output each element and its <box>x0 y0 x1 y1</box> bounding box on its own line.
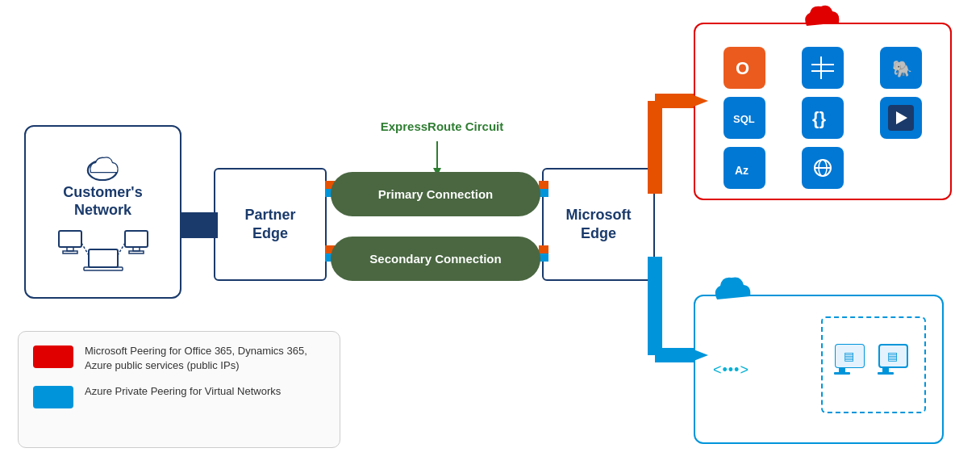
secondary-connection-label: Secondary Connection <box>369 252 501 266</box>
svg-rect-63 <box>878 372 894 375</box>
microsoft-edge-label: Microsoft Edge <box>566 206 632 244</box>
svg-rect-57 <box>839 367 845 372</box>
svg-line-33 <box>81 243 89 255</box>
hdinsight-icon: 🐘 <box>880 47 922 89</box>
svg-text:<•••>: <•••> <box>713 362 749 378</box>
svg-rect-58 <box>834 372 850 375</box>
svg-line-34 <box>118 243 125 255</box>
primary-connection-label: Primary Connection <box>378 187 494 201</box>
svg-rect-31 <box>89 249 118 267</box>
media-icon <box>880 97 922 139</box>
sql-icon: SQL <box>724 97 765 139</box>
svg-text:▤: ▤ <box>844 350 854 362</box>
office-icon: O <box>724 47 765 89</box>
svg-text:🐘: 🐘 <box>892 59 912 78</box>
azure-cloud-icon <box>707 270 760 304</box>
svg-rect-32 <box>84 267 123 270</box>
red-cloud-icon <box>799 0 847 32</box>
svg-rect-0 <box>181 212 218 238</box>
legend-box: Microsoft Peering for Office 365, Dynami… <box>18 331 340 448</box>
svg-rect-28 <box>125 231 148 247</box>
svg-text:O: O <box>736 58 749 78</box>
azure-inner-dashed-box: ▤ ▤ <box>821 316 926 413</box>
legend-text-2: Azure Private Peering for Virtual Networ… <box>85 384 281 399</box>
microsoft-edge-box: Microsoft Edge <box>542 168 655 281</box>
legend-item-1: Microsoft Peering for Office 365, Dynami… <box>33 344 325 373</box>
svg-text:Az: Az <box>735 164 749 177</box>
svg-rect-62 <box>882 367 889 372</box>
legend-color-red <box>33 345 73 368</box>
primary-connection-pill: Primary Connection <box>331 172 540 216</box>
svg-rect-25 <box>59 231 81 247</box>
svg-rect-30 <box>129 251 144 253</box>
vm-icons: ▤ ▤ <box>829 333 918 397</box>
secondary-connection-pill: Secondary Connection <box>331 237 540 281</box>
azure-icon: Az <box>724 147 765 189</box>
table-icon <box>802 47 844 89</box>
svg-text:SQL: SQL <box>733 113 755 125</box>
diagram-container: Customer's Network Partner Edge ExpressR… <box>0 0 980 469</box>
computers-icon <box>55 227 152 271</box>
office365-icons-grid: O 🐘 S <box>695 24 950 200</box>
azure-private-box: ▤ ▤ <•••> <box>694 295 944 444</box>
legend-color-blue <box>33 386 73 408</box>
peering-dots: <•••> <box>713 357 761 386</box>
partner-edge-label: Partner Edge <box>244 206 295 244</box>
svg-text:▤: ▤ <box>887 350 898 362</box>
svg-rect-27 <box>63 251 77 253</box>
office365-box: O 🐘 S <box>694 23 952 200</box>
expressroute-label: ExpressRoute Circuit <box>353 119 531 133</box>
json-icon: {} <box>802 97 844 139</box>
partner-edge-box: Partner Edge <box>214 168 327 281</box>
web-icon <box>802 147 844 189</box>
svg-rect-36 <box>811 57 834 79</box>
legend-item-2: Azure Private Peering for Virtual Networ… <box>33 384 325 408</box>
cloud-icon <box>85 153 121 181</box>
customer-network-label: Customer's Network <box>63 184 142 219</box>
legend-text-1: Microsoft Peering for Office 365, Dynami… <box>85 344 325 373</box>
svg-text:{}: {} <box>812 108 827 128</box>
customer-network-box: Customer's Network <box>24 125 181 299</box>
